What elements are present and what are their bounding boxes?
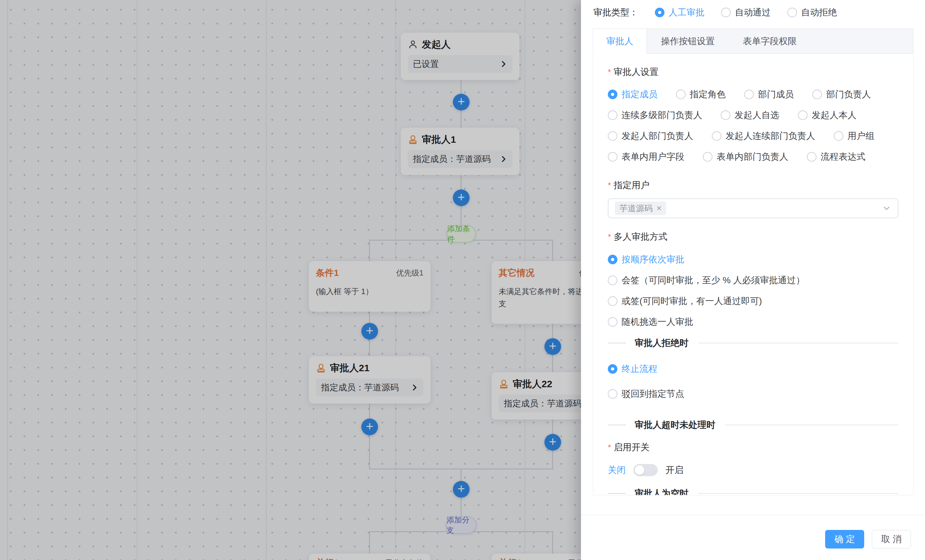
radio-icon (608, 255, 618, 264)
approve-type-row: 审批类型： 人工审批 自动通过 自动拒绝 (581, 0, 925, 25)
remove-tag-icon[interactable]: × (657, 204, 661, 213)
approver-setting-row4: 表单内用户字段 表单内部门负责人 流程表达式 (608, 151, 898, 162)
radio-icon (712, 131, 722, 141)
radio-icon (807, 152, 817, 162)
radio-icon (608, 131, 618, 141)
divider-line (698, 343, 898, 343)
multi-approve-option-row: 随机挑选一人审批 (608, 316, 898, 327)
user-tag-text: 芋道源码 (619, 203, 652, 214)
assigned-user-select[interactable]: 芋道源码 × (608, 199, 898, 218)
radio-icon (608, 389, 618, 399)
user-tag: 芋道源码 × (615, 202, 666, 215)
radio-icon (721, 8, 731, 17)
tab-bar-filler (811, 29, 913, 54)
option-designated-role[interactable]: 指定角色 (676, 88, 726, 101)
option-initiator-self[interactable]: 发起人本人 (798, 109, 857, 121)
approve-type-option-auto-pass[interactable]: 自动通过 (721, 6, 771, 18)
approver-setting-row3: 发起人部门负责人 发起人连续部门负责人 用户组 (608, 131, 898, 142)
radio-icon (721, 110, 731, 120)
chevron-down-icon (882, 203, 891, 213)
divider-line (608, 493, 626, 494)
approver-setting-row2: 连续多级部门负责人 发起人自选 发起人本人 (608, 110, 898, 120)
reject-section-title: 审批人拒绝时 (635, 337, 688, 349)
radio-icon (834, 131, 844, 141)
radio-icon (608, 152, 618, 162)
divider-line (698, 493, 898, 494)
option-dept-member[interactable]: 部门成员 (744, 88, 794, 101)
option-user-group[interactable]: 用户组 (834, 130, 874, 142)
radio-icon (798, 110, 807, 120)
multi-approve-option-row: 或签(可同时审批，有一人通过即可) (608, 296, 898, 307)
radio-icon (608, 275, 618, 285)
assigned-user-label: 指定用户 (608, 180, 898, 191)
empty-approver-section-title: 审批人为空时 (635, 487, 688, 495)
radio-icon (703, 152, 713, 162)
timeout-switch-row: 关闭 开启 (608, 464, 898, 476)
option-process-expression[interactable]: 流程表达式 (807, 151, 865, 163)
radio-icon (608, 317, 618, 327)
approver-setting-row1: 指定成员 指定角色 部门成员 部门负责人 (608, 89, 898, 100)
timeout-section-title: 审批人超时未处理时 (635, 419, 716, 431)
switch-on-text: 开启 (666, 464, 683, 476)
approver-tab-content: 审批人设置 指定成员 指定角色 部门成员 部门负责人 (593, 54, 913, 495)
multi-approve-label: 多人审批方式 (608, 231, 898, 242)
radio-icon (608, 296, 618, 306)
option-form-dept-leader[interactable]: 表单内部门负责人 (703, 151, 788, 163)
option-terminate-process[interactable]: 终止流程 (608, 363, 657, 375)
radio-icon (744, 90, 754, 99)
option-initiator-choose[interactable]: 发起人自选 (721, 109, 779, 121)
approve-type-label: 审批类型： (594, 6, 638, 18)
option-designated-member[interactable]: 指定成员 (608, 88, 657, 101)
radio-icon (608, 110, 618, 120)
cancel-button[interactable]: 取 消 (872, 530, 911, 548)
confirm-button[interactable]: 确 定 (825, 530, 864, 548)
option-initiator-multi-dept-leader[interactable]: 发起人连续部门负责人 (712, 130, 815, 142)
radio-icon (655, 8, 664, 17)
tab-action-buttons[interactable]: 操作按钮设置 (647, 29, 729, 54)
divider-line (608, 425, 626, 425)
option-orsign[interactable]: 或签(可同时审批，有一人通过即可) (608, 295, 762, 307)
option-multi-level-dept-leader[interactable]: 连续多级部门负责人 (608, 109, 702, 121)
approval-flow-designer: 发起人 已设置 + 审批人1 指定成 (0, 0, 925, 560)
option-dept-leader[interactable]: 部门负责人 (812, 88, 871, 101)
radio-icon (608, 364, 618, 374)
divider-line (725, 425, 898, 425)
tab-approver[interactable]: 审批人 (593, 29, 647, 54)
multi-approve-option-row: 按顺序依次审批 (608, 254, 898, 265)
empty-approver-section-divider: 审批人为空时 (608, 488, 898, 495)
option-form-user-field[interactable]: 表单内用户字段 (608, 151, 684, 163)
approve-type-option-auto-reject[interactable]: 自动拒绝 (787, 6, 837, 18)
timeout-enable-toggle[interactable] (633, 464, 658, 476)
timeout-section-divider: 审批人超时未处理时 (608, 420, 898, 431)
settings-tab-bar: 审批人 操作按钮设置 表单字段权限 (593, 29, 913, 54)
enable-switch-label: 启用开关 (608, 442, 898, 453)
multi-approve-option-row: 会签（可同时审批，至少 % 人必须审批通过） (608, 275, 898, 286)
divider-line (608, 343, 626, 343)
radio-icon (608, 90, 618, 99)
radio-icon (812, 90, 822, 99)
option-initiator-dept-leader[interactable]: 发起人部门负责人 (608, 130, 693, 142)
option-random-one[interactable]: 随机挑选一人审批 (608, 316, 693, 328)
reject-option-row: 驳回到指定节点 (608, 388, 898, 399)
option-countersign[interactable]: 会签（可同时审批，至少 % 人必须审批通过） (608, 274, 804, 286)
switch-off-text: 关闭 (608, 464, 626, 476)
option-return-to-node[interactable]: 驳回到指定节点 (608, 388, 684, 400)
radio-icon (787, 8, 797, 17)
reject-section-divider: 审批人拒绝时 (608, 337, 898, 348)
approver-setting-label: 审批人设置 (608, 66, 898, 77)
reject-option-row: 终止流程 (608, 364, 898, 375)
approve-type-option-manual[interactable]: 人工审批 (655, 6, 705, 18)
radio-icon (676, 90, 685, 99)
tab-form-field-permissions[interactable]: 表单字段权限 (729, 29, 811, 54)
drawer-footer: 确 定 取 消 (581, 515, 925, 548)
approver-settings-drawer: 审批类型： 人工审批 自动通过 自动拒绝 审批人 操作按钮设置 表单字段权限 审… (581, 0, 925, 560)
option-sequential-approve[interactable]: 按顺序依次审批 (608, 253, 684, 266)
